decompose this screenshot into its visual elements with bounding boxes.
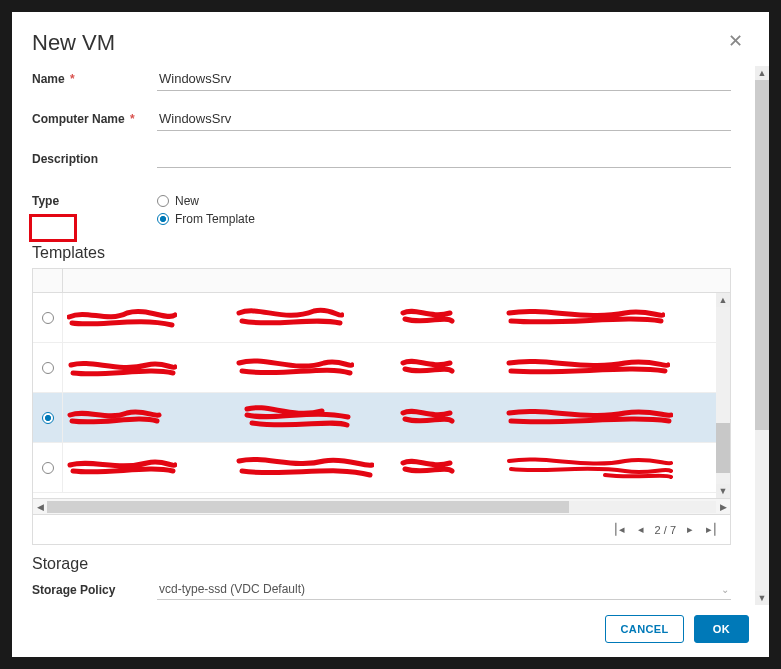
type-option-new[interactable]: New xyxy=(157,194,255,208)
page-first-button[interactable]: ⎮◂ xyxy=(611,523,627,536)
type-label: Type xyxy=(32,194,157,208)
ok-button[interactable]: OK xyxy=(694,615,749,643)
radio-icon[interactable] xyxy=(42,362,54,374)
storage-policy-select[interactable]: vcd-type-ssd (VDC Default) ⌄ xyxy=(157,579,731,600)
table-row[interactable]: redacted xyxy=(33,293,730,343)
scroll-up-icon[interactable]: ▲ xyxy=(755,66,769,80)
cancel-button[interactable]: Cancel xyxy=(605,615,683,643)
scroll-left-icon[interactable]: ◀ xyxy=(33,500,47,514)
page-next-button[interactable]: ▸ xyxy=(682,523,698,536)
table-row[interactable] xyxy=(33,443,730,493)
name-input[interactable]: WindowsSrv xyxy=(157,67,731,91)
page-last-button[interactable]: ▸⎮ xyxy=(704,523,720,536)
description-input[interactable] xyxy=(157,150,731,168)
h-scrollbar-thumb[interactable] xyxy=(47,501,569,513)
page-indicator: 2 / 7 xyxy=(655,524,676,536)
radio-icon[interactable] xyxy=(42,412,54,424)
radio-icon xyxy=(157,213,169,225)
computer-name-input[interactable]: WindowsSrv xyxy=(157,107,731,131)
scroll-right-icon[interactable]: ▶ xyxy=(716,500,730,514)
table-row[interactable] xyxy=(33,393,730,443)
name-label: Name * xyxy=(32,72,157,86)
table-row[interactable] xyxy=(33,343,730,393)
modal-footer: Cancel OK xyxy=(12,605,769,657)
storage-section-title: Storage xyxy=(32,555,731,573)
templates-table: ▲ ▼ redacted xyxy=(32,268,731,545)
description-label: Description xyxy=(32,152,157,166)
templates-scrollbar-thumb[interactable] xyxy=(716,423,730,473)
storage-policy-label: Storage Policy xyxy=(32,583,157,597)
computer-name-label: Computer Name * xyxy=(32,112,157,126)
body-scrollbar-thumb[interactable] xyxy=(755,80,769,430)
scroll-down-icon[interactable]: ▼ xyxy=(716,484,730,498)
scroll-down-icon[interactable]: ▼ xyxy=(755,591,769,605)
scroll-up-icon[interactable]: ▲ xyxy=(716,293,730,307)
radio-icon xyxy=(157,195,169,207)
chevron-down-icon: ⌄ xyxy=(721,584,729,595)
body-scrollbar-track[interactable]: ▲ ▼ xyxy=(755,66,769,605)
modal-body: ▲ ▼ Name * WindowsSrv Computer Name * Wi… xyxy=(12,66,769,605)
templates-h-scrollbar[interactable]: ◀ ▶ xyxy=(33,498,730,514)
templates-scrollbar[interactable]: ▲ ▼ xyxy=(716,293,730,498)
page-prev-button[interactable]: ◂ xyxy=(633,523,649,536)
radio-icon[interactable] xyxy=(42,312,54,324)
close-icon[interactable]: ✕ xyxy=(722,30,749,52)
modal-header: New VM ✕ xyxy=(12,12,769,66)
new-vm-modal: New VM ✕ ▲ ▼ Name * WindowsSrv Computer … xyxy=(12,12,769,657)
templates-pagination: ⎮◂ ◂ 2 / 7 ▸ ▸⎮ xyxy=(33,514,730,544)
templates-header xyxy=(33,269,730,293)
type-radio-group: New From Template xyxy=(157,194,255,226)
radio-icon[interactable] xyxy=(42,462,54,474)
templates-section-title: Templates xyxy=(32,244,731,262)
type-option-from-template[interactable]: From Template xyxy=(157,212,255,226)
modal-title: New VM xyxy=(32,30,115,56)
